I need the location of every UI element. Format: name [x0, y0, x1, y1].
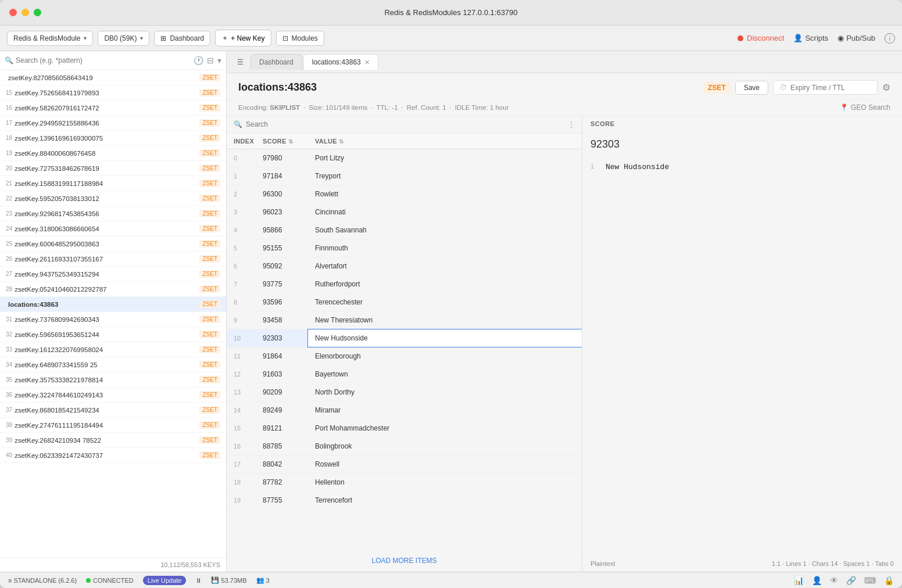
sidebar-item[interactable]: 21 zsetKey.15883199117188984 ZSET	[0, 176, 226, 191]
tab-close-icon[interactable]: ✕	[364, 59, 370, 66]
maximize-button[interactable]	[34, 9, 41, 16]
table-row[interactable]: 5 95155 Finnmouth	[227, 239, 582, 257]
table-row[interactable]: 15 89121 Port Mohammadchester	[227, 420, 582, 438]
item-index: 39	[6, 437, 12, 443]
sidebar-item[interactable]: locations:43863 ZSET	[0, 297, 226, 312]
sidebar-item[interactable]: 35 zsetKey.35753338221978814 ZSET	[0, 372, 226, 388]
sidebar-item[interactable]: 31 zsetKey.7376809942690343 ZSET	[0, 312, 226, 327]
disconnect-button[interactable]: Disconnect	[738, 34, 784, 42]
more-options-icon[interactable]: ⋮	[568, 120, 575, 128]
dashboard-button[interactable]: ⊞ Dashboard	[154, 31, 210, 46]
table-row[interactable]: 4 95866 South Savannah	[227, 221, 582, 239]
sidebar-item[interactable]: 34 zsetKey.6489073341559 25 ZSET	[0, 357, 226, 372]
tab-dashboard[interactable]: Dashboard	[250, 54, 302, 70]
sidebar-item[interactable]: 23 zsetKey.9296817453854356 ZSET	[0, 206, 226, 221]
item-name: zsetKey.27476111195184494	[15, 422, 199, 429]
col-score-header[interactable]: SCORE ⇅	[256, 134, 308, 149]
item-badge: ZSET	[199, 240, 220, 248]
chevron-down-icon[interactable]: ▾	[217, 56, 221, 65]
sidebar-item[interactable]: 28 zsetKey.052410460212292787 ZSET	[0, 282, 226, 297]
table-cell-index: 13	[227, 383, 256, 401]
idle-time-label: IDLE Time: 1 hour	[455, 104, 509, 111]
col-value-header[interactable]: VALUE ⇅	[308, 134, 582, 149]
table-cell-value: North Dorthy	[308, 383, 582, 401]
clock-icon[interactable]: 🕐	[194, 56, 203, 65]
right-panel: SCORE 92303 1 New Hudsonside Plaintext 1…	[582, 116, 902, 572]
table-row[interactable]: 3 96023 Cincinnati	[227, 203, 582, 221]
table-cell-value[interactable]: New Hudsonside	[308, 329, 582, 347]
table-search-input[interactable]	[246, 120, 564, 128]
live-update-badge[interactable]: Live Update	[143, 576, 187, 585]
table-row[interactable]: 10 92303 New Hudsonside	[227, 329, 582, 347]
new-key-button[interactable]: ＋ + New Key	[215, 30, 271, 46]
geo-search-button[interactable]: 📍 GEO Search	[840, 103, 890, 112]
sidebar-item[interactable]: 18 zsetKey.13961696169300075 ZSET	[0, 131, 226, 146]
sidebar-item[interactable]: 36 zsetKey.32247844610249143 ZSET	[0, 388, 226, 403]
pubsub-button[interactable]: ◉ Pub/Sub	[837, 34, 875, 42]
bar-chart-icon[interactable]: 📊	[794, 576, 804, 585]
sidebar-item[interactable]: 27 zsetKey.9437525349315294 ZSET	[0, 267, 226, 282]
sidebar-footer: 10,112/58,553 KEYS	[0, 557, 226, 572]
item-name: zsetKey.5965691953651244	[15, 331, 199, 338]
sidebar-item[interactable]: 24 zsetKey.3180063086660654 ZSET	[0, 221, 226, 236]
settings-icon[interactable]: ⚙	[882, 82, 890, 93]
sidebar-item[interactable]: 15 zsetKey.7526568411979893 ZSET	[0, 85, 226, 101]
item-badge: ZSET	[199, 74, 220, 81]
table-row[interactable]: 6 95092 Alvertafort	[227, 257, 582, 275]
close-button[interactable]	[9, 9, 17, 16]
lock-icon[interactable]: 🔒	[884, 576, 894, 585]
table-row[interactable]: 17 88042 Roswell	[227, 456, 582, 474]
link-icon[interactable]: 🔗	[846, 576, 856, 585]
redis-module-label: Redis & RedisModule	[13, 34, 80, 42]
table-row[interactable]: 0 97980 Port Litzy	[227, 149, 582, 167]
sidebar-item[interactable]: 19 zsetKey.884000608676458 ZSET	[0, 146, 226, 161]
table-cell-score: 87755	[256, 492, 308, 509]
table-row[interactable]: 18 87782 Hellenton	[227, 474, 582, 492]
info-icon[interactable]: i	[885, 33, 895, 44]
sidebar-item[interactable]: 17 zsetKey.2949592155886436 ZSET	[0, 116, 226, 131]
sidebar-item[interactable]: 25 zsetKey.6006485295003863 ZSET	[0, 236, 226, 252]
db-button[interactable]: DB0 (59K) ▾	[98, 31, 149, 46]
table-row[interactable]: 11 91864 Elenorborough	[227, 347, 582, 365]
sidebar-item[interactable]: 26 zsetKey.26116933107355167 ZSET	[0, 252, 226, 267]
sidebar-item[interactable]: 20 zsetKey.7275318462678619 ZSET	[0, 161, 226, 176]
table-cell-value: New Theresiatown	[308, 311, 582, 329]
terminal-icon[interactable]: ⌨	[864, 576, 876, 585]
sidebar-item[interactable]: 39 zsetKey.26824210934 78522 ZSET	[0, 433, 226, 448]
sidebar-item[interactable]: 38 zsetKey.27476111195184494 ZSET	[0, 418, 226, 433]
sidebar-item[interactable]: zsetKey.8270856058643419 ZSET	[0, 70, 226, 85]
table-row[interactable]: 2 96300 Rowlett	[227, 185, 582, 203]
sidebar-item[interactable]: 40 zsetKey.06233921472430737 ZSET	[0, 448, 226, 463]
expiry-input[interactable]	[790, 84, 871, 92]
table-row[interactable]: 9 93458 New Theresiatown	[227, 311, 582, 329]
item-index: 23	[6, 210, 12, 217]
table-row[interactable]: 1 97184 Treyport	[227, 167, 582, 185]
table-row[interactable]: 13 90209 North Dorthy	[227, 383, 582, 401]
minimize-button[interactable]	[22, 9, 29, 16]
sidebar-item[interactable]: 37 zsetKey.8680185421549234 ZSET	[0, 403, 226, 418]
sidebar-item[interactable]: 33 zsetKey.16123220769958024 ZSET	[0, 342, 226, 357]
table-row[interactable]: 8 93596 Terencechester	[227, 293, 582, 311]
scripts-button[interactable]: 👤 Scripts	[793, 34, 828, 42]
redis-module-button[interactable]: Redis & RedisModule ▾	[7, 31, 93, 46]
table-cell-score: 88785	[256, 438, 308, 455]
eye-icon[interactable]: 👁	[830, 576, 838, 585]
keys-count: 10,112/58,553 KEYS	[160, 561, 220, 568]
modules-button[interactable]: ⊡ Modules	[276, 31, 324, 46]
sidebar-item[interactable]: 32 zsetKey.5965691953651244 ZSET	[0, 327, 226, 342]
table-row[interactable]: 12 91603 Bayertown	[227, 365, 582, 383]
tab-locations[interactable]: locations:43863 ✕	[303, 54, 378, 70]
sidebar-item[interactable]: 16 zsetKey.5826207916172472 ZSET	[0, 101, 226, 116]
table-row[interactable]: 19 87755 Terrencefort	[227, 492, 582, 510]
sidebar-item[interactable]: 22 zsetKey.5952057038133012 ZSET	[0, 191, 226, 206]
tab-list-icon[interactable]: ☰	[231, 55, 249, 70]
sidebar-search-input[interactable]	[16, 56, 191, 64]
geo-icon: 📍	[840, 103, 849, 112]
filter-icon[interactable]: ⊟	[207, 56, 214, 65]
save-button[interactable]: Save	[735, 81, 768, 95]
table-row[interactable]: 7 93775 Rutherfordport	[227, 275, 582, 293]
person-icon[interactable]: 👤	[812, 576, 822, 585]
load-more-button[interactable]: LOAD MORE ITEMS	[371, 557, 436, 565]
table-row[interactable]: 14 89249 Miramar	[227, 401, 582, 420]
table-row[interactable]: 16 88785 Bolingbrook	[227, 438, 582, 456]
